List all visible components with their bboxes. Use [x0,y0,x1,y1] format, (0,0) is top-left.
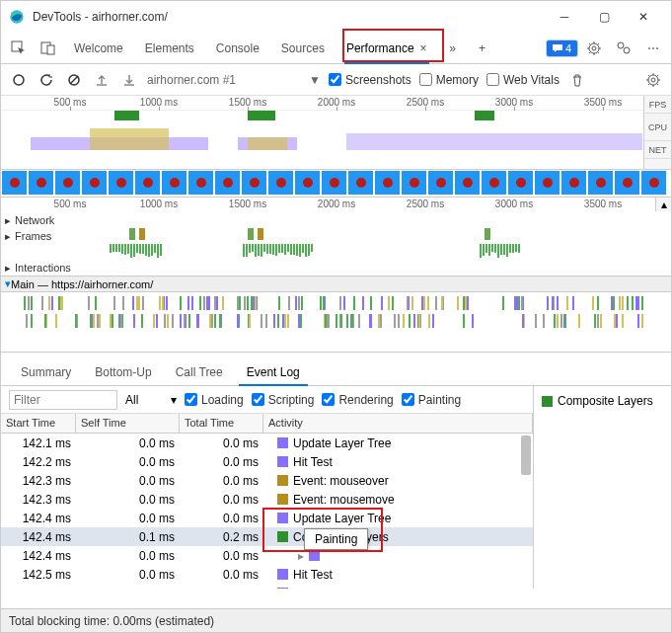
tab-summary[interactable]: Summary [9,359,83,385]
rendering-checkbox[interactable]: Rendering [322,393,393,407]
table-row[interactable]: 142.4 ms0.0 ms0.0 ms▸ [1,546,533,565]
tab-sources[interactable]: Sources [271,33,335,64]
svg-point-6 [618,42,624,48]
clear-button[interactable] [64,70,84,90]
scripting-checkbox[interactable]: Scripting [252,393,315,407]
details-panel: Composite Layers [533,386,671,589]
filmstrip-frame[interactable] [481,170,507,196]
filmstrip-frame[interactable] [374,170,401,196]
download-button[interactable] [119,70,139,90]
delete-button[interactable] [567,70,587,90]
filmstrip-frame[interactable] [214,170,241,196]
filmstrip-frame[interactable] [321,170,347,196]
table-row[interactable]: 142.3 ms0.0 ms0.0 msEvent: mousemove [1,490,533,509]
tab-calltree[interactable]: Call Tree [164,359,235,385]
table-row[interactable]: 142.1 ms0.0 ms0.0 msUpdate Layer Tree [1,434,533,452]
record-button[interactable] [9,70,29,90]
tab-performance[interactable]: Performance× [336,33,437,64]
table-scrollbar[interactable] [521,435,531,475]
loading-checkbox[interactable]: Loading [185,393,244,407]
eventlog-header: Start Time Self Time Total Time Activity [1,414,533,434]
filmstrip-frame[interactable] [134,170,161,196]
composite-layers-swatch [542,396,553,407]
filmstrip-frame[interactable] [81,170,108,196]
filmstrip-frame[interactable] [241,170,267,196]
filmstrip-frame[interactable] [347,170,374,196]
settings-icon[interactable] [580,35,608,62]
overview-ruler: 500 ms1000 ms1500 ms2000 ms2500 ms3000 m… [1,96,671,111]
close-icon[interactable]: × [420,41,427,55]
track-scroll-up[interactable]: ▴ [655,198,671,211]
col-selftime[interactable]: Self Time [76,414,180,433]
overview-timeline[interactable]: 500 ms1000 ms1500 ms2000 ms2500 ms3000 m… [1,96,671,170]
maximize-button[interactable]: ▢ [584,3,624,31]
more-menu-icon[interactable]: ⋯ [639,35,667,62]
col-starttime[interactable]: Start Time [1,414,76,433]
tab-welcome[interactable]: Welcome [64,33,133,64]
filmstrip-frame[interactable] [28,170,54,196]
tab-performance-label: Performance [346,41,414,55]
col-activity[interactable]: Activity [263,414,533,433]
filmstrip-frame[interactable] [108,170,134,196]
filmstrip-frame[interactable] [507,170,534,196]
net-label: NET [644,141,671,159]
close-window-button[interactable]: ✕ [624,3,663,31]
svg-point-12 [651,78,655,82]
filmstrip[interactable] [1,170,671,198]
table-row[interactable]: 154.0 ms0.0 ms0.0 msUpdate Layer Tree [1,584,533,589]
filmstrip-frame[interactable] [54,170,81,196]
flame-chart-area[interactable]: 500 ms1000 ms1500 ms2000 ms2500 ms3000 m… [1,198,671,353]
fps-label: FPS [644,96,671,114]
edge-logo-icon [9,9,25,25]
feedback-icon[interactable] [610,35,637,62]
table-row[interactable]: 142.5 ms0.0 ms0.0 msHit Test [1,565,533,584]
svg-point-7 [624,47,630,53]
filmstrip-frame[interactable] [401,170,427,196]
eventlog-table[interactable]: 142.1 ms0.0 ms0.0 msUpdate Layer Tree142… [1,434,533,589]
inspect-icon[interactable] [5,35,33,62]
filmstrip-frame[interactable] [1,170,28,196]
painting-checkbox[interactable]: Painting [402,393,461,407]
filmstrip-frame[interactable] [640,170,667,196]
filmstrip-frame[interactable] [454,170,481,196]
tab-console[interactable]: Console [206,33,269,64]
svg-point-5 [592,46,596,50]
track-ruler: 500 ms1000 ms1500 ms2000 ms2500 ms3000 m… [1,198,671,212]
filmstrip-frame[interactable] [187,170,214,196]
webvitals-checkbox[interactable]: Web Vitals [486,73,560,87]
tab-bottomup[interactable]: Bottom-Up [83,359,163,385]
more-tabs-icon[interactable]: » [439,35,467,62]
filmstrip-frame[interactable] [587,170,614,196]
table-row[interactable]: 142.2 ms0.0 ms0.0 msHit Test [1,452,533,471]
filter-input[interactable] [9,390,117,410]
filmstrip-frame[interactable] [534,170,560,196]
filmstrip-frame[interactable] [294,170,321,196]
table-row[interactable]: 142.3 ms0.0 ms0.0 msEvent: mouseover [1,471,533,490]
col-totaltime[interactable]: Total Time [180,414,263,433]
svg-rect-3 [47,45,54,54]
device-toggle-icon[interactable] [35,35,62,62]
screenshots-checkbox[interactable]: Screenshots [329,73,411,87]
tab-eventlog[interactable]: Event Log [235,359,312,385]
filmstrip-frame[interactable] [161,170,187,196]
svg-line-10 [70,76,78,84]
memory-checkbox[interactable]: Memory [419,73,479,87]
table-row[interactable]: 142.4 ms0.0 ms0.0 msUpdate Layer Tree [1,509,533,527]
filter-all-dropdown[interactable]: All▾ [125,393,177,407]
filmstrip-frame[interactable] [560,170,587,196]
filmstrip-frame[interactable] [427,170,454,196]
capture-settings-icon[interactable] [643,70,663,90]
table-row[interactable]: 142.4 ms0.1 ms0.2 msComposite Layers [1,527,533,546]
upload-button[interactable] [92,70,112,90]
filmstrip-frame[interactable] [614,170,640,196]
minimize-button[interactable]: ─ [545,3,584,31]
track-main[interactable]: ▾Main — https://airhorner.com/ [1,277,671,292]
add-tab-icon[interactable]: + [469,35,496,62]
reload-record-button[interactable] [37,70,56,90]
track-interactions[interactable]: ▸Interactions [1,260,671,276]
tab-elements[interactable]: Elements [135,33,204,64]
filmstrip-frame[interactable] [267,170,294,196]
messages-badge[interactable]: 4 [546,40,578,57]
session-selector[interactable]: airhorner.com #1▼ [147,73,321,87]
track-network[interactable]: ▸Network [1,212,671,228]
